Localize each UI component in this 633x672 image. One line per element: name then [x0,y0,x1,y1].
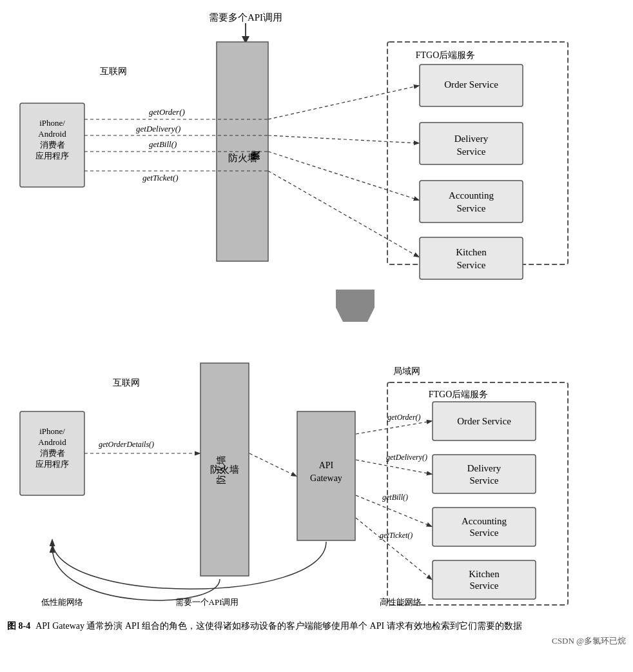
svg-text:Delivery: Delivery [467,463,502,473]
svg-text:消费者: 消费者 [40,140,65,150]
svg-text:应用程序: 应用程序 [35,459,69,469]
svg-line-68 [356,460,431,474]
svg-rect-60 [433,560,536,599]
caption-credit: CSDN @多氯环已烷 [7,635,626,648]
svg-text:FTGO后端服务: FTGO后端服务 [416,50,476,60]
svg-text:Accounting: Accounting [462,516,507,526]
svg-line-65 [249,453,296,476]
svg-text:Kitchen: Kitchen [469,569,500,579]
svg-text:Android: Android [38,437,66,447]
svg-text:iPhone/: iPhone/ [39,118,65,128]
svg-text:互联网: 互联网 [100,66,127,76]
svg-line-66 [356,421,431,434]
svg-text:API: API [319,460,334,470]
svg-text:Service: Service [457,260,486,270]
svg-text:iPhone/: iPhone/ [39,426,65,436]
svg-text:应用程序: 应用程序 [35,151,69,161]
bottom-diagram: 互联网 iPhone/ Android 消费者 应用程序 防火墙 防火墙 API… [7,328,626,611]
svg-line-32 [268,152,418,200]
svg-text:Accounting: Accounting [449,190,494,201]
svg-text:Service: Service [470,580,499,591]
svg-text:Android: Android [38,129,66,139]
svg-text:互联网: 互联网 [113,378,140,388]
svg-text:getBill(): getBill() [382,493,408,502]
caption-text: API Gateway 通常扮演 API 组合的角色，这使得诸如移动设备的客户端… [35,619,626,633]
main-container: 需要多个API调用 互联网 iPhone/ Android 消费者 应用程序 防… [7,6,626,648]
svg-text:getDelivery(): getDelivery() [386,453,427,462]
top-diagram: 需要多个API调用 互联网 iPhone/ Android 消费者 应用程序 防… [7,6,626,284]
svg-text:Delivery: Delivery [454,133,489,144]
svg-text:getBill(): getBill() [149,139,177,149]
svg-text:Service: Service [470,528,499,538]
figure-caption: 图 8-4 API Gateway 通常扮演 API 组合的角色，这使得诸如移动… [7,619,626,648]
svg-line-29 [268,135,418,143]
svg-text:Service: Service [470,475,499,486]
svg-text:getDelivery(): getDelivery() [136,124,180,133]
down-arrow [336,290,375,322]
svg-text:需要一个API调用: 需要一个API调用 [175,597,239,607]
svg-text:局域网: 局域网 [393,366,420,376]
svg-text:需要多个API调用: 需要多个API调用 [209,12,282,23]
svg-text:高性能网络: 高性能网络 [380,597,422,607]
svg-text:getTicket(): getTicket() [142,173,179,183]
svg-rect-21 [420,237,523,279]
svg-text:getTicket(): getTicket() [380,531,413,540]
svg-rect-18 [420,181,523,222]
svg-text:Order Service: Order Service [444,79,498,90]
svg-text:getOrderDetails(): getOrderDetails() [99,440,154,449]
svg-text:消费者: 消费者 [40,448,65,458]
svg-text:防火墙: 防火墙 [228,153,257,163]
svg-line-26 [268,86,418,119]
svg-text:Gateway: Gateway [310,473,342,483]
svg-rect-57 [433,508,536,546]
svg-text:getOrder(): getOrder() [149,107,185,117]
svg-text:FTGO后端服务: FTGO后端服务 [429,390,489,399]
svg-text:Service: Service [457,203,486,213]
svg-text:Order Service: Order Service [457,416,511,426]
svg-line-72 [356,518,431,579]
svg-text:getOrder(): getOrder() [387,413,421,422]
svg-text:防火墙: 防火墙 [210,464,239,475]
svg-text:Service: Service [457,146,486,157]
svg-text:Kitchen: Kitchen [456,247,487,257]
svg-rect-54 [433,455,536,493]
svg-text:低性能网络: 低性能网络 [41,597,83,607]
figure-number: 图 8-4 [7,619,30,633]
svg-line-35 [268,171,418,257]
